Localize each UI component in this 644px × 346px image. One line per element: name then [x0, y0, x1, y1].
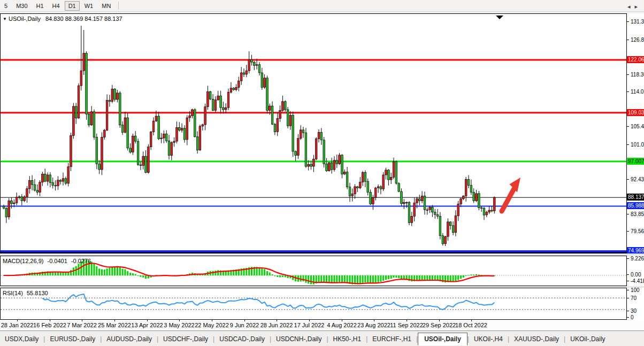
symbol-dropdown-icon[interactable]: ▼	[3, 17, 7, 21]
macd-histogram-bar	[401, 275, 402, 279]
candle-body	[393, 162, 395, 178]
candle-body	[254, 62, 256, 65]
timeframe-button-mn[interactable]: MN	[98, 1, 114, 11]
macd-histogram-bar	[272, 274, 273, 275]
time-axis-tickmark	[309, 320, 310, 321]
macd-histogram-bar	[259, 267, 260, 275]
candle-body	[44, 174, 46, 182]
candle-body	[238, 81, 240, 87]
candle-body	[460, 199, 462, 204]
macd-histogram-bar	[457, 275, 459, 280]
price-axis[interactable]: 131.300126.880118.300114.010105.430101.0…	[627, 13, 644, 320]
macd-histogram-bar	[478, 274, 480, 275]
candle-body	[165, 134, 167, 141]
macd-histogram-bar	[465, 275, 467, 276]
candle-body	[42, 174, 44, 182]
timeframe-button-d1[interactable]: D1	[65, 1, 80, 11]
candle-body	[377, 187, 379, 188]
candle-body	[419, 199, 421, 201]
candle-body	[442, 236, 444, 244]
candle-body	[18, 197, 20, 197]
candle-body	[3, 206, 5, 208]
tab-scroll-left-icon[interactable]: ◂	[627, 3, 635, 10]
macd-histogram-bar	[285, 275, 286, 278]
candle-body	[47, 175, 49, 181]
horizontal-line-85.988[interactable]	[1, 206, 626, 207]
horizontal-line-band[interactable]	[1, 251, 626, 253]
hline-price-tag: 109.030	[627, 109, 644, 116]
candle-body	[478, 194, 480, 208]
candle-body	[142, 156, 144, 165]
chart-tab-usdcad-daily[interactable]: USDCAD-,Daily	[214, 333, 270, 345]
candle-body	[473, 193, 475, 201]
macd-histogram-bar	[310, 275, 312, 285]
candle-body	[488, 210, 490, 212]
time-axis-label: 13 Apr 2022	[131, 322, 163, 328]
horizontal-line-74.969[interactable]	[1, 250, 626, 251]
timeframe-button-m30[interactable]: M30	[12, 1, 31, 11]
chart-tab-usdcnh-daily[interactable]: USDCNH-,Daily	[271, 333, 326, 345]
rsi-axis-tick: 70	[627, 295, 637, 301]
chart-tab-ukoil-h4[interactable]: UKOil-,H4	[469, 333, 508, 345]
candle-body	[75, 106, 77, 118]
candle-body	[261, 73, 263, 87]
candle-body	[274, 124, 276, 132]
chart-tab-xauusd-daily[interactable]: XAUUSD-,Daily	[509, 333, 564, 345]
timeframe-button-h4[interactable]: H4	[49, 1, 64, 11]
timeframe-button-5[interactable]: 5	[1, 1, 11, 11]
macd-histogram-bar	[106, 268, 108, 275]
candle-body	[214, 100, 217, 111]
macd-histogram-bar	[470, 274, 472, 275]
trend-arrow-shaft[interactable]	[502, 189, 514, 211]
candle-body	[124, 118, 126, 132]
candle-body	[109, 101, 111, 102]
candle-body	[132, 136, 134, 152]
candle-body	[467, 179, 470, 185]
chart-tab-eurchf-h1[interactable]: EURCHF-,H1	[367, 333, 416, 345]
time-axis-label: 28 Jun 2022	[260, 322, 293, 328]
timeframe-button-h1[interactable]: H1	[33, 1, 48, 11]
candle-body	[357, 187, 359, 188]
time-axis-label: 4 Aug 2022	[327, 322, 357, 328]
chart-tab-usoil-daily[interactable]: USOil-,Daily	[418, 333, 467, 345]
candle-body	[137, 141, 139, 165]
candle-body	[16, 197, 18, 203]
candle-body	[380, 187, 382, 189]
price-axis-tick: 126.880	[627, 37, 644, 43]
candle-body	[223, 107, 225, 110]
candle-body	[5, 208, 7, 217]
chart-tab-audusd-daily[interactable]: AUDUSD-,Daily	[102, 333, 157, 345]
candle-body	[444, 236, 447, 244]
time-axis-label: 9 Jun 2022	[230, 322, 259, 328]
time-axis[interactable]: 28 Jan 202216 Feb 20227 Mar 202225 Mar 2…	[0, 320, 644, 330]
chart-tab-usdchf-daily[interactable]: USDCHF-,Daily	[158, 333, 213, 345]
candle-body	[449, 222, 451, 226]
candle-body	[408, 203, 410, 223]
candle-body	[385, 170, 387, 175]
candle-body	[320, 132, 323, 140]
macd-histogram-bar	[266, 271, 268, 275]
chart-tab-usdx-daily[interactable]: USDX,Daily	[0, 333, 43, 345]
candlestick-chart	[1, 14, 626, 253]
candle-body	[67, 167, 70, 183]
candle-body	[470, 186, 472, 193]
macd-histogram-bar	[94, 264, 95, 275]
chart-tab-ukoil-daily[interactable]: UKOil-,Daily	[565, 333, 610, 345]
chart-tab-hk50-h1[interactable]: HK50-,H1	[328, 333, 366, 345]
candle-body	[295, 151, 297, 156]
candle-body	[114, 89, 116, 99]
timeframe-button-w1[interactable]: W1	[81, 1, 97, 11]
candle-body	[106, 101, 108, 130]
time-axis-tickmark	[374, 320, 374, 321]
macd-histogram-bar	[217, 270, 219, 275]
time-axis-label: 17 Jul 2022	[294, 322, 325, 328]
panel-splitter[interactable]	[0, 253, 644, 256]
tab-scroll-right-icon[interactable]: ▸	[634, 3, 642, 10]
horizontal-line-122.060[interactable]	[1, 59, 626, 61]
macd-histogram-bar	[385, 275, 387, 280]
macd-histogram-bar	[279, 275, 281, 278]
panel-splitter[interactable]	[0, 286, 644, 288]
candle-body	[171, 142, 173, 155]
chart-tab-eurusd-daily[interactable]: EURUSD-,Daily	[45, 333, 100, 345]
candle-body	[367, 181, 369, 193]
